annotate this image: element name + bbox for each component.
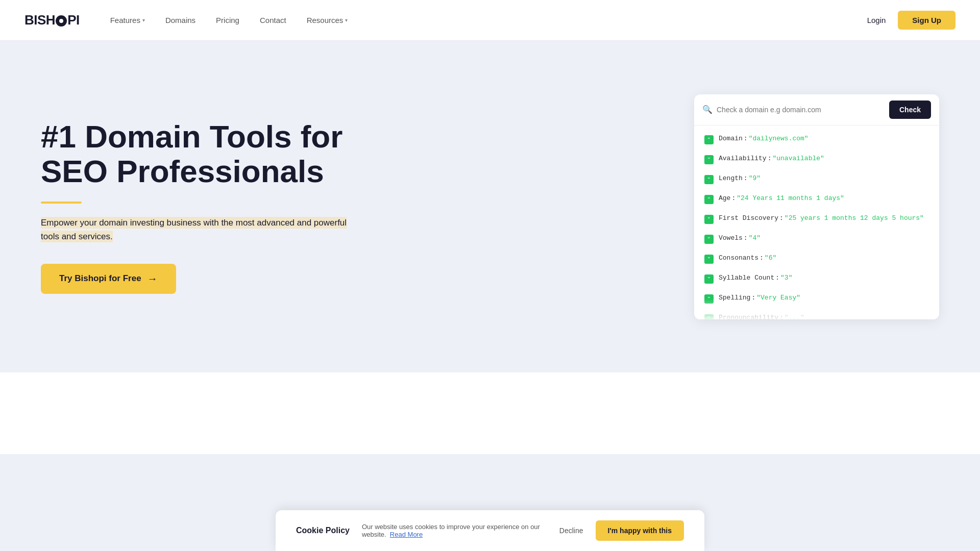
- nav-item-resources[interactable]: Resources ▾: [307, 16, 348, 24]
- result-row: ❝Pronouncability: "...": [694, 309, 939, 319]
- hero-subtitle: Empower your domain investing business w…: [41, 217, 347, 242]
- domain-results[interactable]: ❝Domain: "dailynews.com"❝Availability: "…: [694, 126, 939, 319]
- result-icon: ❝: [704, 255, 714, 264]
- decline-button[interactable]: Decline: [559, 527, 583, 535]
- result-row: ❝Spelling: "Very Easy": [694, 289, 939, 309]
- result-row: ❝Length: "9": [694, 169, 939, 189]
- result-row: ❝Domain: "dailynews.com": [694, 130, 939, 149]
- read-more-link[interactable]: Read More: [390, 531, 423, 538]
- nav-item-pricing[interactable]: Pricing: [216, 16, 239, 24]
- search-icon: 🔍: [702, 105, 713, 114]
- hero-title: #1 Domain Tools for SEO Professionals: [41, 119, 347, 189]
- nav-item-contact[interactable]: Contact: [260, 16, 286, 24]
- navbar: BISHPI Features ▾ Domains Pricing Contac…: [0, 0, 980, 41]
- result-icon: ❝: [704, 235, 714, 244]
- domain-panel: 🔍 Check ❝Domain: "dailynews.com"❝Availab…: [694, 94, 939, 319]
- logo-icon: [56, 15, 67, 27]
- result-row: ❝Age: "24 Years 11 months 1 days": [694, 189, 939, 209]
- hero-section: #1 Domain Tools for SEO Professionals Em…: [0, 41, 980, 372]
- hero-content: #1 Domain Tools for SEO Professionals Em…: [41, 119, 347, 294]
- result-icon: ❝: [704, 155, 714, 164]
- chevron-down-icon: ▾: [142, 17, 145, 23]
- result-row: ❝First Discovery: "25 years 1 months 12 …: [694, 209, 939, 229]
- bottom-section: [0, 372, 980, 454]
- result-icon: ❝: [704, 195, 714, 204]
- result-icon: ❝: [704, 135, 714, 144]
- cookie-banner: Cookie Policy Our website uses cookies t…: [276, 510, 704, 551]
- domain-search-bar: 🔍 Check: [694, 94, 939, 126]
- result-icon: ❝: [704, 274, 714, 284]
- navbar-actions: Login Sign Up: [867, 11, 955, 30]
- cookie-description: Our website uses cookies to improve your…: [362, 523, 547, 538]
- result-row: ❝Consonants: "6": [694, 249, 939, 269]
- result-row: ❝Syllable Count: "3": [694, 269, 939, 289]
- nav-item-features[interactable]: Features ▾: [110, 16, 145, 24]
- logo[interactable]: BISHPI: [24, 12, 80, 28]
- accept-cookies-button[interactable]: I'm happy with this: [596, 520, 684, 541]
- hero-underline-decoration: [41, 202, 82, 204]
- result-row: ❝Vowels: "4": [694, 229, 939, 249]
- nav-menu: Features ▾ Domains Pricing Contact Resou…: [110, 16, 867, 24]
- hero-subtitle-wrap: Empower your domain investing business w…: [41, 216, 347, 243]
- domain-search-input[interactable]: [717, 106, 885, 114]
- signup-button[interactable]: Sign Up: [898, 11, 955, 30]
- nav-item-domains[interactable]: Domains: [165, 16, 195, 24]
- check-button[interactable]: Check: [889, 101, 931, 119]
- result-icon: ❝: [704, 215, 714, 224]
- result-row: ❝Availability: "unavailable": [694, 149, 939, 169]
- login-button[interactable]: Login: [867, 16, 886, 24]
- domain-checker-panel: 🔍 Check ❝Domain: "dailynews.com"❝Availab…: [694, 94, 939, 319]
- cookie-title: Cookie Policy: [296, 526, 350, 535]
- result-icon: ❝: [704, 294, 714, 304]
- try-free-button[interactable]: Try Bishopi for Free →: [41, 264, 176, 294]
- logo-text: BISHPI: [24, 12, 80, 28]
- chevron-down-icon-2: ▾: [345, 17, 348, 23]
- result-icon: ❝: [704, 175, 714, 184]
- result-icon: ❝: [704, 314, 714, 319]
- arrow-icon: →: [148, 273, 158, 285]
